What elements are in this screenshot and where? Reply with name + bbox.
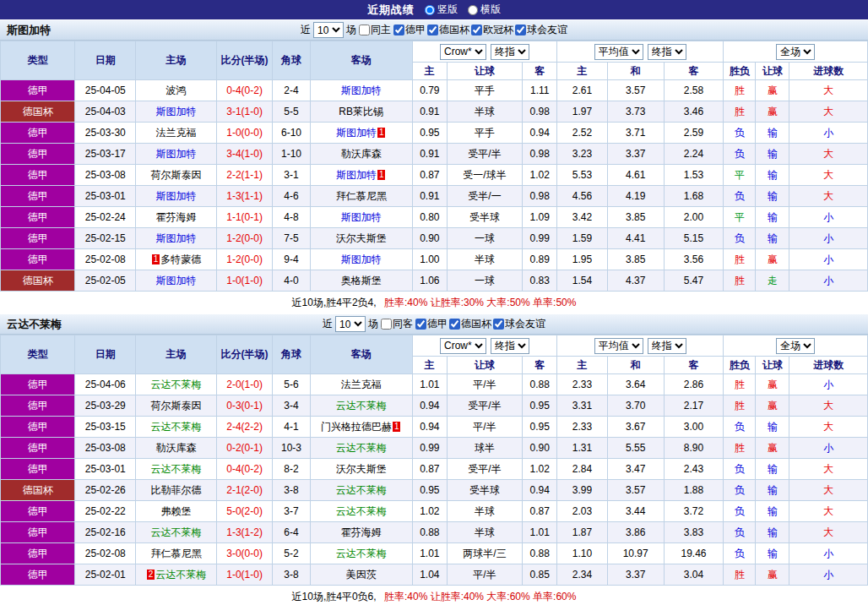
away-team-cell[interactable]: 沃尔夫斯堡 <box>310 228 412 249</box>
recent-count-select[interactable]: 10 <box>313 22 344 38</box>
date-cell: 25-02-16 <box>75 522 136 543</box>
home-team-cell[interactable]: 云达不莱梅 <box>136 417 217 438</box>
away-team-cell[interactable]: 斯图加特 <box>310 80 412 101</box>
handicap-odds-time-select[interactable]: 终指 <box>491 44 529 60</box>
layout-horizontal-option[interactable]: 横版 <box>468 3 501 17</box>
league-filter[interactable]: 欧冠杯 <box>471 23 513 37</box>
away-team-cell[interactable]: 云达不莱梅 <box>310 480 412 501</box>
full-match-select[interactable]: 全场 <box>776 338 815 354</box>
result-outcome: 胜 <box>724 395 756 417</box>
section-header: 云达不莱梅 近 10 场 同客 德甲德国杯球会友谊 <box>0 313 868 335</box>
handicap-line: 半球 <box>447 501 522 522</box>
away-team-name: 云达不莱梅 <box>336 505 387 517</box>
home-team-cell[interactable]: 荷尔斯泰因 <box>136 395 217 417</box>
euro-away-odds: 3.72 <box>664 501 724 522</box>
col-away: 客场 <box>310 335 412 374</box>
home-team-cell[interactable]: 弗赖堡 <box>136 501 217 522</box>
home-team-cell[interactable]: 比勒菲尔德 <box>136 480 217 501</box>
league-filter[interactable]: 德甲 <box>393 23 426 37</box>
same-venue-filter[interactable]: 同主 <box>359 23 391 37</box>
league-filter[interactable]: 德国杯 <box>427 23 469 37</box>
vertical-radio[interactable] <box>425 5 435 15</box>
euro-away-odds: 1.53 <box>664 165 724 186</box>
away-team-name: 勒沃库森 <box>341 148 382 160</box>
result-outcome: 平 <box>724 207 756 228</box>
away-team-cell[interactable]: 门兴格拉德巴赫1 <box>310 417 412 438</box>
home-team-cell[interactable]: 2云达不莱梅 <box>136 564 217 586</box>
away-team-cell[interactable]: 沃尔夫斯堡 <box>310 459 412 480</box>
away-team-cell[interactable]: 美因茨 <box>310 564 412 586</box>
same-venue-filter[interactable]: 同客 <box>381 317 413 331</box>
home-team-cell[interactable]: 斯图加特 <box>136 270 217 292</box>
home-team-cell[interactable]: 波鸿 <box>136 80 217 101</box>
away-team-name: 斯图加特 <box>341 211 382 223</box>
corner-cell: 4-6 <box>273 186 310 207</box>
away-team-cell[interactable]: 云达不莱梅 <box>310 395 412 417</box>
handicap-odds-time-select[interactable]: 终指 <box>491 338 529 354</box>
average-select[interactable]: 平均值 <box>594 338 643 354</box>
league-checkbox[interactable] <box>393 25 404 35</box>
league-filter[interactable]: 德甲 <box>415 317 448 331</box>
full-match-select[interactable]: 全场 <box>776 44 815 60</box>
away-team-cell[interactable]: 云达不莱梅 <box>310 543 412 564</box>
euro-home-odds: 2.84 <box>557 459 608 480</box>
home-team-name: 荷尔斯泰因 <box>150 169 201 181</box>
away-team-cell[interactable]: 云达不莱梅 <box>310 501 412 522</box>
league-filter[interactable]: 球会友谊 <box>515 23 567 37</box>
league-checkbox[interactable] <box>471 25 482 35</box>
average-select[interactable]: 平均值 <box>594 44 643 60</box>
league-checkbox[interactable] <box>493 319 504 330</box>
home-team-cell[interactable]: 斯图加特 <box>136 144 217 165</box>
euro-draw-odds: 3.85 <box>607 207 664 228</box>
date-cell: 25-03-17 <box>75 144 136 165</box>
home-team-cell[interactable]: 1多特蒙德 <box>136 249 217 270</box>
league-checkbox[interactable] <box>515 25 526 35</box>
away-team-cell[interactable]: 斯图加特 <box>310 249 412 270</box>
league-cell: 德国杯 <box>1 480 75 501</box>
same-venue-checkbox[interactable] <box>381 319 392 330</box>
away-team-cell[interactable]: 斯图加特1 <box>310 123 412 144</box>
handicap-home-odds: 0.91 <box>412 186 447 207</box>
league-filter[interactable]: 球会友谊 <box>493 317 545 331</box>
away-team-cell[interactable]: 拜仁慕尼黑 <box>310 186 412 207</box>
bookmaker-select[interactable]: Crow* <box>440 338 486 354</box>
league-checkbox[interactable] <box>449 319 460 330</box>
home-team-cell[interactable]: 荷尔斯泰因 <box>136 165 217 186</box>
home-team-cell[interactable]: 法兰克福 <box>136 123 217 144</box>
same-venue-label: 同客 <box>393 317 413 331</box>
euro-odds-time-select[interactable]: 终指 <box>648 44 686 60</box>
home-team-cell[interactable]: 斯图加特 <box>136 228 217 249</box>
match-row: 德甲 25-02-22 弗赖堡 5-0(2-0) 3-7 云达不莱梅 1.02 … <box>1 501 868 522</box>
league-checkbox[interactable] <box>415 319 426 330</box>
home-team-cell[interactable]: 云达不莱梅 <box>136 459 217 480</box>
away-team-cell[interactable]: 斯图加特1 <box>310 165 412 186</box>
away-team-cell[interactable]: 勒沃库森 <box>310 144 412 165</box>
home-team-cell[interactable]: 勒沃库森 <box>136 438 217 459</box>
home-team-cell[interactable]: 斯图加特 <box>136 186 217 207</box>
home-team-cell[interactable]: 云达不莱梅 <box>136 374 217 395</box>
home-team-cell[interactable]: 拜仁慕尼黑 <box>136 543 217 564</box>
euro-home-odds: 1.59 <box>557 228 608 249</box>
corner-cell: 5-2 <box>273 543 310 564</box>
home-team-cell[interactable]: 云达不莱梅 <box>136 522 217 543</box>
away-team-cell[interactable]: 法兰克福 <box>310 374 412 395</box>
home-team-cell[interactable]: 霍芬海姆 <box>136 207 217 228</box>
handicap-home-odds: 0.87 <box>412 165 447 186</box>
away-team-cell[interactable]: 奥格斯堡 <box>310 270 412 292</box>
away-team-name: 沃尔夫斯堡 <box>336 232 387 244</box>
home-team-cell[interactable]: 斯图加特 <box>136 101 217 123</box>
league-filter[interactable]: 德国杯 <box>449 317 491 331</box>
away-team-cell[interactable]: 斯图加特 <box>310 207 412 228</box>
layout-vertical-option[interactable]: 竖版 <box>425 3 458 17</box>
league-checkbox[interactable] <box>427 25 438 35</box>
away-team-cell[interactable]: RB莱比锡 <box>310 101 412 123</box>
away-team-cell[interactable]: 霍芬海姆 <box>310 522 412 543</box>
bookmaker-select[interactable]: Crow* <box>440 44 486 60</box>
away-team-cell[interactable]: 云达不莱梅 <box>310 438 412 459</box>
euro-away-odds: 3.56 <box>664 249 724 270</box>
recent-count-select[interactable]: 10 <box>335 316 366 332</box>
same-venue-checkbox[interactable] <box>359 25 370 35</box>
horizontal-radio[interactable] <box>468 5 478 15</box>
score-cell: 0-4(0-2) <box>216 459 273 480</box>
euro-odds-time-select[interactable]: 终指 <box>648 338 686 354</box>
